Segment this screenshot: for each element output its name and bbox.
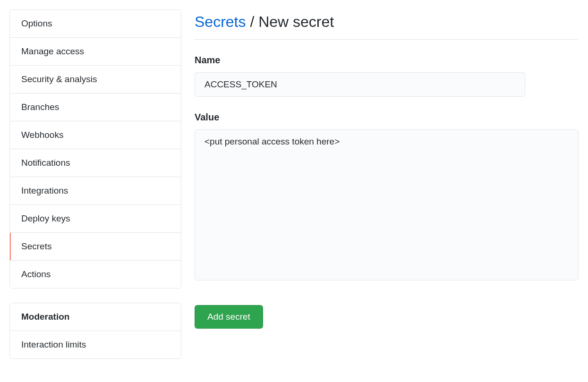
value-textarea[interactable]	[195, 129, 579, 280]
breadcrumb-secrets-link[interactable]: Secrets	[195, 13, 246, 30]
settings-nav-moderation: Moderation Interaction limits	[9, 303, 181, 359]
sidebar-item-secrets[interactable]: Secrets	[10, 233, 181, 261]
main-content: Secrets / New secret Name Value Add secr…	[195, 9, 579, 373]
sidebar-item-security-analysis[interactable]: Security & analysis	[10, 66, 181, 93]
sidebar-item-notifications[interactable]: Notifications	[10, 149, 181, 177]
value-field-block: Value	[195, 112, 579, 282]
breadcrumb-separator: /	[246, 13, 258, 30]
name-input[interactable]	[195, 72, 525, 97]
add-secret-button[interactable]: Add secret	[195, 305, 263, 329]
sidebar-header-moderation: Moderation	[10, 303, 181, 331]
settings-sidebar: Options Manage access Security & analysi…	[9, 9, 181, 373]
sidebar-item-manage-access[interactable]: Manage access	[10, 38, 181, 66]
settings-nav-main: Options Manage access Security & analysi…	[9, 9, 181, 289]
value-label: Value	[195, 112, 579, 123]
sidebar-item-interaction-limits[interactable]: Interaction limits	[10, 331, 181, 358]
sidebar-item-webhooks[interactable]: Webhooks	[10, 121, 181, 149]
name-field-block: Name	[195, 55, 579, 97]
sidebar-item-options[interactable]: Options	[10, 10, 181, 38]
breadcrumb: Secrets / New secret	[195, 13, 579, 40]
sidebar-item-deploy-keys[interactable]: Deploy keys	[10, 205, 181, 233]
sidebar-item-branches[interactable]: Branches	[10, 93, 181, 121]
sidebar-item-integrations[interactable]: Integrations	[10, 177, 181, 205]
breadcrumb-current: New secret	[258, 13, 334, 30]
name-label: Name	[195, 55, 579, 66]
sidebar-item-actions[interactable]: Actions	[10, 261, 181, 288]
